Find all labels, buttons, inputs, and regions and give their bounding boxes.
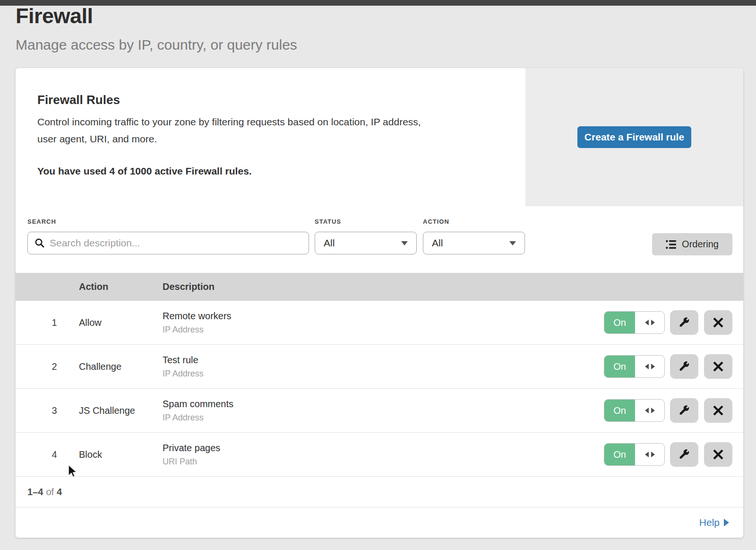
edit-rule-button[interactable] — [670, 398, 698, 423]
ordering-icon — [666, 240, 676, 249]
table-row: 4 Block Private pages URI Path On — [16, 433, 743, 477]
toggle-on-label: On — [604, 400, 635, 421]
rule-description: Spam comments — [163, 399, 233, 410]
pagination-total: 4 — [57, 487, 62, 498]
rule-action: Challenge — [79, 345, 121, 388]
arrow-left-glyph — [645, 364, 649, 369]
rule-action: JS Challenge — [79, 389, 135, 432]
arrow-right-glyph — [651, 364, 655, 369]
toggle-arrows-icon — [635, 356, 664, 377]
arrow-right-glyph — [651, 452, 655, 457]
rule-description: Test rule — [163, 355, 204, 366]
status-select[interactable]: All — [315, 232, 417, 254]
section-heading: Firewall Rules — [37, 93, 120, 107]
rule-description: Private pages — [163, 443, 220, 454]
status-value: All — [324, 237, 335, 249]
page-subtitle: Manage access by IP, country, or query r… — [16, 37, 297, 53]
column-header-action: Action — [79, 273, 108, 301]
rule-enabled-toggle[interactable]: On — [604, 355, 665, 378]
ordering-button[interactable]: Ordering — [652, 233, 732, 255]
delete-rule-button[interactable] — [704, 442, 732, 467]
rule-priority: 3 — [45, 389, 64, 432]
window-top-edge — [0, 0, 756, 6]
rule-field: IP Address — [163, 369, 204, 379]
pagination: 1–4 of 4 — [16, 477, 743, 507]
wrench-icon — [678, 448, 690, 461]
rule-priority: 4 — [45, 433, 64, 476]
arrow-left-glyph — [645, 320, 649, 325]
toggle-arrows-icon — [635, 312, 664, 333]
arrow-left-glyph — [645, 408, 649, 413]
wrench-icon — [678, 404, 690, 417]
close-icon — [713, 361, 724, 372]
table-row: 2 Challenge Test rule IP Address On — [16, 345, 743, 389]
help-arrow-icon — [724, 519, 729, 526]
help-link[interactable]: Help — [699, 517, 729, 528]
rules-table-body: 1 Allow Remote workers IP Address On 2 C… — [16, 301, 743, 477]
create-firewall-rule-button[interactable]: Create a Firewall rule — [577, 126, 691, 148]
wrench-icon — [678, 316, 690, 329]
close-icon — [713, 405, 724, 416]
toggle-on-label: On — [604, 312, 635, 333]
wrench-icon — [678, 360, 690, 373]
toggle-on-label: On — [604, 444, 635, 465]
action-label: ACTION — [423, 218, 449, 225]
chevron-down-icon — [509, 241, 516, 245]
action-value: All — [432, 237, 443, 249]
page-title: Firewall — [16, 4, 93, 28]
delete-rule-button[interactable] — [704, 354, 732, 379]
section-description: Control incoming traffic to your zone by… — [37, 113, 425, 148]
arrow-right-glyph — [651, 320, 655, 325]
rule-action: Block — [79, 433, 102, 476]
table-header: Action Description — [16, 273, 743, 301]
search-field[interactable] — [27, 232, 309, 254]
edit-rule-button[interactable] — [670, 354, 698, 379]
rule-field: URI Path — [163, 457, 220, 467]
help-label: Help — [699, 517, 720, 528]
search-label: SEARCH — [27, 218, 56, 225]
action-select[interactable]: All — [423, 232, 525, 254]
delete-rule-button[interactable] — [704, 310, 732, 335]
mouse-cursor — [68, 464, 79, 480]
delete-rule-button[interactable] — [704, 398, 732, 423]
rule-priority: 2 — [45, 345, 64, 388]
arrow-right-glyph — [651, 408, 655, 413]
pagination-range: 1–4 — [27, 487, 43, 498]
rule-priority: 1 — [45, 301, 64, 344]
table-row: 3 JS Challenge Spam comments IP Address … — [16, 389, 743, 433]
rule-description: Remote workers — [163, 311, 232, 322]
toggle-arrows-icon — [635, 400, 664, 421]
rule-enabled-toggle[interactable]: On — [604, 311, 665, 334]
search-input[interactable] — [50, 237, 302, 249]
close-icon — [713, 449, 724, 460]
firewall-rules-card: Create a Firewall rule Firewall Rules Co… — [16, 68, 743, 538]
usage-summary: You have used 4 of 1000 active Firewall … — [37, 166, 252, 177]
toggle-on-label: On — [604, 356, 635, 377]
rule-action: Allow — [79, 301, 102, 344]
table-row: 1 Allow Remote workers IP Address On — [16, 301, 743, 345]
arrow-left-glyph — [645, 452, 649, 457]
create-rule-panel: Create a Firewall rule — [525, 68, 743, 206]
chevron-down-icon — [401, 241, 408, 245]
close-icon — [713, 317, 724, 328]
rule-field: IP Address — [163, 413, 233, 423]
rule-field: IP Address — [163, 325, 232, 335]
status-label: STATUS — [315, 218, 341, 225]
rule-enabled-toggle[interactable]: On — [604, 443, 665, 466]
search-icon — [34, 238, 45, 248]
edit-rule-button[interactable] — [670, 442, 698, 467]
toggle-arrows-icon — [635, 444, 664, 465]
rule-enabled-toggle[interactable]: On — [604, 399, 665, 422]
ordering-label: Ordering — [682, 239, 719, 250]
card-footer: Help — [16, 507, 743, 538]
edit-rule-button[interactable] — [670, 310, 698, 335]
pagination-of: of — [46, 487, 54, 498]
column-header-description: Description — [163, 273, 215, 301]
